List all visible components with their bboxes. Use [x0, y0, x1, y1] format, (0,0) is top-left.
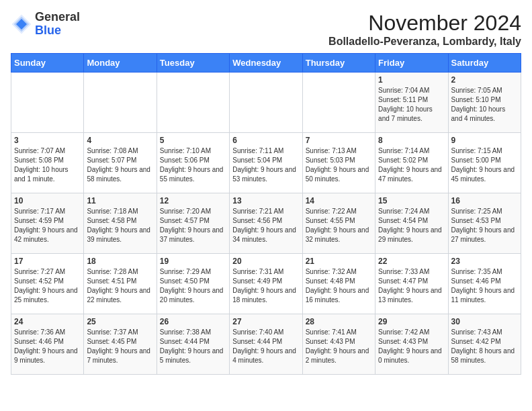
day-info: Sunrise: 7:43 AM Sunset: 4:42 PM Dayligh…: [451, 328, 518, 365]
day-info: Sunrise: 7:13 AM Sunset: 5:03 PM Dayligh…: [306, 146, 372, 184]
calendar-cell: 14Sunrise: 7:22 AM Sunset: 4:55 PM Dayli…: [302, 193, 375, 254]
day-number: 1: [378, 75, 445, 85]
day-number: 22: [378, 257, 445, 266]
calendar-cell: 16Sunrise: 7:25 AM Sunset: 4:53 PM Dayli…: [448, 193, 521, 254]
calendar-cell: 28Sunrise: 7:41 AM Sunset: 4:43 PM Dayli…: [302, 314, 375, 375]
header-row: Sunday Monday Tuesday Wednesday Thursday…: [11, 54, 521, 73]
calendar-cell: 12Sunrise: 7:20 AM Sunset: 4:57 PM Dayli…: [157, 193, 229, 254]
calendar-cell: 24Sunrise: 7:36 AM Sunset: 4:46 PM Dayli…: [11, 314, 84, 375]
day-number: 27: [232, 317, 299, 326]
calendar-week-0: 1Sunrise: 7:04 AM Sunset: 5:11 PM Daylig…: [11, 73, 521, 133]
day-info: Sunrise: 7:25 AM Sunset: 4:53 PM Dayligh…: [451, 207, 518, 244]
day-number: 14: [306, 196, 372, 205]
day-number: 12: [160, 196, 226, 205]
calendar-body: 1Sunrise: 7:04 AM Sunset: 5:11 PM Daylig…: [11, 73, 521, 375]
calendar-cell: [84, 73, 157, 133]
logo-icon: [11, 13, 32, 35]
calendar-cell: 30Sunrise: 7:43 AM Sunset: 4:42 PM Dayli…: [448, 314, 521, 375]
calendar-cell: 3Sunrise: 7:07 AM Sunset: 5:08 PM Daylig…: [11, 133, 84, 193]
day-number: 24: [14, 317, 81, 326]
calendar-cell: 17Sunrise: 7:27 AM Sunset: 4:52 PM Dayli…: [11, 254, 84, 314]
day-info: Sunrise: 7:24 AM Sunset: 4:54 PM Dayligh…: [378, 207, 445, 244]
header-friday: Friday: [375, 54, 448, 73]
calendar-cell: [302, 73, 375, 133]
day-info: Sunrise: 7:29 AM Sunset: 4:50 PM Dayligh…: [160, 267, 226, 305]
day-number: 7: [306, 136, 372, 145]
logo: General Blue: [11, 11, 80, 38]
day-number: 16: [451, 196, 518, 205]
day-number: 2: [451, 75, 518, 85]
day-info: Sunrise: 7:41 AM Sunset: 4:43 PM Dayligh…: [306, 328, 372, 365]
logo-blue: Blue: [35, 24, 80, 38]
calendar-cell: 4Sunrise: 7:08 AM Sunset: 5:07 PM Daylig…: [84, 133, 157, 193]
calendar-week-1: 3Sunrise: 7:07 AM Sunset: 5:08 PM Daylig…: [11, 133, 521, 193]
day-number: 5: [160, 136, 226, 145]
day-number: 25: [87, 317, 153, 326]
day-info: Sunrise: 7:14 AM Sunset: 5:02 PM Dayligh…: [378, 146, 445, 184]
calendar-table: Sunday Monday Tuesday Wednesday Thursday…: [11, 53, 521, 375]
header-sunday: Sunday: [11, 54, 84, 73]
calendar-cell: 27Sunrise: 7:40 AM Sunset: 4:44 PM Dayli…: [230, 314, 302, 375]
calendar-cell: 22Sunrise: 7:33 AM Sunset: 4:47 PM Dayli…: [375, 254, 448, 314]
calendar-cell: 10Sunrise: 7:17 AM Sunset: 4:59 PM Dayli…: [11, 193, 84, 254]
calendar-week-3: 17Sunrise: 7:27 AM Sunset: 4:52 PM Dayli…: [11, 254, 521, 314]
day-info: Sunrise: 7:18 AM Sunset: 4:58 PM Dayligh…: [87, 207, 153, 244]
calendar-cell: 23Sunrise: 7:35 AM Sunset: 4:46 PM Dayli…: [448, 254, 521, 314]
calendar-cell: 29Sunrise: 7:42 AM Sunset: 4:43 PM Dayli…: [375, 314, 448, 375]
day-number: 20: [232, 257, 299, 266]
calendar-cell: 18Sunrise: 7:28 AM Sunset: 4:51 PM Dayli…: [84, 254, 157, 314]
day-number: 18: [87, 257, 153, 266]
day-number: 15: [378, 196, 445, 205]
day-info: Sunrise: 7:10 AM Sunset: 5:06 PM Dayligh…: [160, 146, 226, 184]
calendar-cell: 19Sunrise: 7:29 AM Sunset: 4:50 PM Dayli…: [157, 254, 229, 314]
calendar-cell: 20Sunrise: 7:31 AM Sunset: 4:49 PM Dayli…: [230, 254, 302, 314]
day-info: Sunrise: 7:07 AM Sunset: 5:08 PM Dayligh…: [14, 146, 81, 184]
day-info: Sunrise: 7:35 AM Sunset: 4:46 PM Dayligh…: [451, 267, 518, 305]
location-title: Bolladello-Peveranza, Lombardy, Italy: [328, 36, 521, 48]
day-number: 6: [232, 136, 299, 145]
day-info: Sunrise: 7:15 AM Sunset: 5:00 PM Dayligh…: [451, 146, 518, 184]
calendar-cell: 11Sunrise: 7:18 AM Sunset: 4:58 PM Dayli…: [84, 193, 157, 254]
calendar-cell: 15Sunrise: 7:24 AM Sunset: 4:54 PM Dayli…: [375, 193, 448, 254]
day-info: Sunrise: 7:20 AM Sunset: 4:57 PM Dayligh…: [160, 207, 226, 244]
header-thursday: Thursday: [302, 54, 375, 73]
day-number: 10: [14, 196, 81, 205]
day-info: Sunrise: 7:27 AM Sunset: 4:52 PM Dayligh…: [14, 267, 81, 305]
calendar-cell: 25Sunrise: 7:37 AM Sunset: 4:45 PM Dayli…: [84, 314, 157, 375]
logo-general: General: [35, 11, 80, 24]
title-block: November 2024 Bolladello-Peveranza, Lomb…: [328, 11, 521, 48]
header-wednesday: Wednesday: [230, 54, 302, 73]
header-tuesday: Tuesday: [157, 54, 229, 73]
day-number: 9: [451, 136, 518, 145]
calendar-cell: 2Sunrise: 7:05 AM Sunset: 5:10 PM Daylig…: [448, 73, 521, 133]
day-number: 11: [87, 196, 153, 205]
day-info: Sunrise: 7:28 AM Sunset: 4:51 PM Dayligh…: [87, 267, 153, 305]
day-info: Sunrise: 7:33 AM Sunset: 4:47 PM Dayligh…: [378, 267, 445, 305]
day-info: Sunrise: 7:32 AM Sunset: 4:48 PM Dayligh…: [306, 267, 372, 305]
day-number: 3: [14, 136, 81, 145]
calendar-cell: 21Sunrise: 7:32 AM Sunset: 4:48 PM Dayli…: [302, 254, 375, 314]
day-number: 21: [306, 257, 372, 266]
day-info: Sunrise: 7:21 AM Sunset: 4:56 PM Dayligh…: [232, 207, 299, 244]
day-number: 29: [378, 317, 445, 326]
day-number: 26: [160, 317, 226, 326]
calendar-cell: [11, 73, 84, 133]
day-info: Sunrise: 7:17 AM Sunset: 4:59 PM Dayligh…: [14, 207, 81, 244]
day-info: Sunrise: 7:22 AM Sunset: 4:55 PM Dayligh…: [306, 207, 372, 244]
day-info: Sunrise: 7:37 AM Sunset: 4:45 PM Dayligh…: [87, 328, 153, 365]
day-number: 19: [160, 257, 226, 266]
day-number: 17: [14, 257, 81, 266]
day-number: 23: [451, 257, 518, 266]
day-info: Sunrise: 7:40 AM Sunset: 4:44 PM Dayligh…: [232, 328, 299, 365]
calendar-cell: 7Sunrise: 7:13 AM Sunset: 5:03 PM Daylig…: [302, 133, 375, 193]
logo-text: General Blue: [35, 11, 80, 38]
day-info: Sunrise: 7:36 AM Sunset: 4:46 PM Dayligh…: [14, 328, 81, 365]
calendar-cell: [157, 73, 229, 133]
day-number: 8: [378, 136, 445, 145]
calendar-cell: 9Sunrise: 7:15 AM Sunset: 5:00 PM Daylig…: [448, 133, 521, 193]
calendar-cell: 6Sunrise: 7:11 AM Sunset: 5:04 PM Daylig…: [230, 133, 302, 193]
day-info: Sunrise: 7:42 AM Sunset: 4:43 PM Dayligh…: [378, 328, 445, 365]
calendar-header: Sunday Monday Tuesday Wednesday Thursday…: [11, 54, 521, 73]
day-number: 28: [306, 317, 372, 326]
calendar-cell: 13Sunrise: 7:21 AM Sunset: 4:56 PM Dayli…: [230, 193, 302, 254]
